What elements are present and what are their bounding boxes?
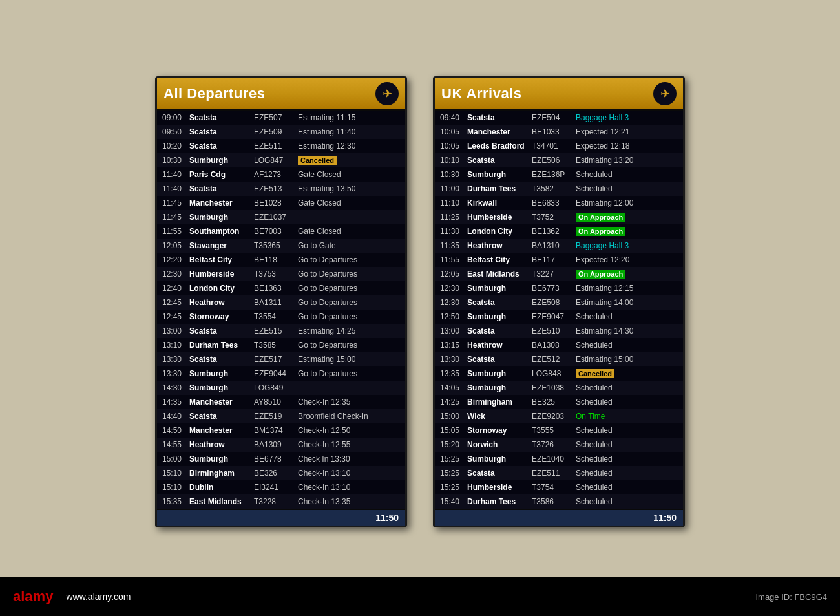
flight-status: Estimating 14:30 [576,326,678,335]
flight-dest: Scatsta [189,113,254,122]
departures-time: 11:50 [375,513,399,523]
flight-dest: Scatsta [467,156,532,165]
flight-time: 11:35 [440,241,467,250]
flight-dest: Sumburgh [467,312,532,321]
flight-row: 14:35ManchesterAY8510Check-In 12:35 [157,395,405,409]
flight-time: 12:45 [162,312,189,321]
flight-number: EI3241 [254,483,298,492]
flight-time: 15:10 [162,483,189,492]
flight-status: Estimating 12:15 [576,284,678,293]
flight-time: 13:00 [162,326,189,335]
bottom-logo: alamy [13,588,53,605]
flight-time: 14:40 [162,412,189,421]
flight-number: BA1311 [254,298,298,307]
flight-number: T3555 [532,426,576,435]
flight-row: 12:45HeathrowBA1311Go to Departures [157,295,405,310]
flight-time: 11:00 [440,184,467,193]
flight-row: 11:25HumbersideT3752On Approach [435,210,683,224]
flight-row: 13:00ScatstaEZE510Estimating 14:30 [435,324,683,338]
flight-dest: Birmingham [467,398,532,407]
flight-status: Scheduled [576,312,678,321]
flight-status: Scheduled [576,383,678,392]
flight-dest: Scatsta [467,113,532,122]
flight-dest: East Midlands [467,270,532,279]
flight-row: 14:25BirminghamBE325Scheduled [435,395,683,409]
flight-row: 11:10KirkwallBE6833Estimating 12:00 [435,196,683,210]
flight-row: 11:00Durham TeesT3582Scheduled [435,182,683,196]
flight-time: 11:55 [162,227,189,236]
flight-status: Scheduled [576,440,678,449]
flight-dest: Scatsta [467,355,532,364]
flight-time: 13:30 [162,369,189,378]
flight-row: 10:05ManchesterBE1033Expected 12:21 [435,125,683,139]
flight-dest: Humberside [467,483,532,492]
flight-number: EZE9044 [254,369,298,378]
flight-number: BE6833 [532,198,576,207]
flight-number: EZE507 [254,113,298,122]
flight-dest: Scatsta [189,127,254,136]
flight-number: T3752 [532,213,576,222]
flight-dest: London City [189,284,254,293]
flight-time: 12:45 [162,298,189,307]
flight-row: 10:30SumburghLOG847Cancelled [157,153,405,167]
flight-number: EZE136P [532,170,576,179]
flight-status: Scheduled [576,426,678,435]
flight-number: AF1273 [254,170,298,179]
flight-time: 15:10 [162,469,189,478]
flight-dest: Leeds Bradford [467,142,532,151]
arrivals-content: 09:40ScatstaEZE504Baggage Hall 310:05Man… [435,109,683,510]
flight-status: Check-In 13:10 [298,483,400,492]
flight-dest: Durham Tees [467,184,532,193]
flight-row: 12:30HumbersideT3753Go to Departures [157,267,405,281]
flight-number: T34701 [532,142,576,151]
flight-time: 14:30 [162,383,189,392]
flight-status: Go to Departures [298,341,400,350]
flight-status: Scheduled [576,469,678,478]
flight-number: EZE511 [532,469,576,478]
flight-dest: Heathrow [189,440,254,449]
flight-number: EZE1040 [532,454,576,463]
flight-number: BE325 [532,398,576,407]
flight-time: 13:10 [162,341,189,350]
flight-time: 11:30 [440,227,467,236]
flight-status: Expected 12:20 [576,255,678,264]
flight-time: 11:10 [440,198,467,207]
flight-row: 15:05StornowayT3555Scheduled [435,423,683,438]
flight-status: Estimating 13:20 [576,156,678,165]
flight-row: 11:40Paris CdgAF1273Gate Closed [157,167,405,182]
boards-container: All Departures ✈ 09:00ScatstaEZE507Estim… [155,76,685,527]
flight-number: T35365 [254,241,298,250]
flight-row: 12:05East MidlandsT3227On Approach [435,267,683,281]
flight-row: 15:40Durham TeesT3586Scheduled [435,494,683,509]
flight-number: BA1310 [532,241,576,250]
flight-time: 14:55 [162,440,189,449]
flight-row: 11:55SouthamptonBE7003Gate Closed [157,224,405,239]
flight-dest: Belfast City [467,255,532,264]
flight-time: 09:00 [162,113,189,122]
flight-number: T3753 [254,270,298,279]
flight-number: EZE519 [254,412,298,421]
flight-number: T3585 [254,341,298,350]
flight-dest: East Midlands [189,497,254,506]
flight-dest: Sumburgh [467,383,532,392]
flight-status: Broomfield Check-In [298,412,400,421]
flight-time: 14:35 [162,398,189,407]
flight-time: 11:40 [162,184,189,193]
flight-number: EZE510 [532,326,576,335]
flight-time: 12:05 [440,270,467,279]
flight-row: 11:45ManchesterBE1028Gate Closed [157,196,405,210]
flight-status: Baggage Hall 3 [576,113,678,122]
flight-time: 15:25 [440,454,467,463]
flight-status: Gate Closed [298,170,400,179]
flight-number: EZE513 [254,184,298,193]
flight-status: On Approach [576,270,678,279]
flight-row: 14:30SumburghLOG849 [157,381,405,395]
flight-row: 12:20Belfast CityBE118Go to Departures [157,253,405,267]
flight-time: 11:45 [162,213,189,222]
flight-number: EZE506 [532,156,576,165]
flight-row: 09:40ScatstaEZE504Baggage Hall 3 [435,111,683,125]
flight-dest: Scatsta [467,298,532,307]
flight-row: 10:10ScatstaEZE506Estimating 13:20 [435,153,683,167]
flight-dest: Sumburgh [467,170,532,179]
flight-number: EZE509 [254,127,298,136]
